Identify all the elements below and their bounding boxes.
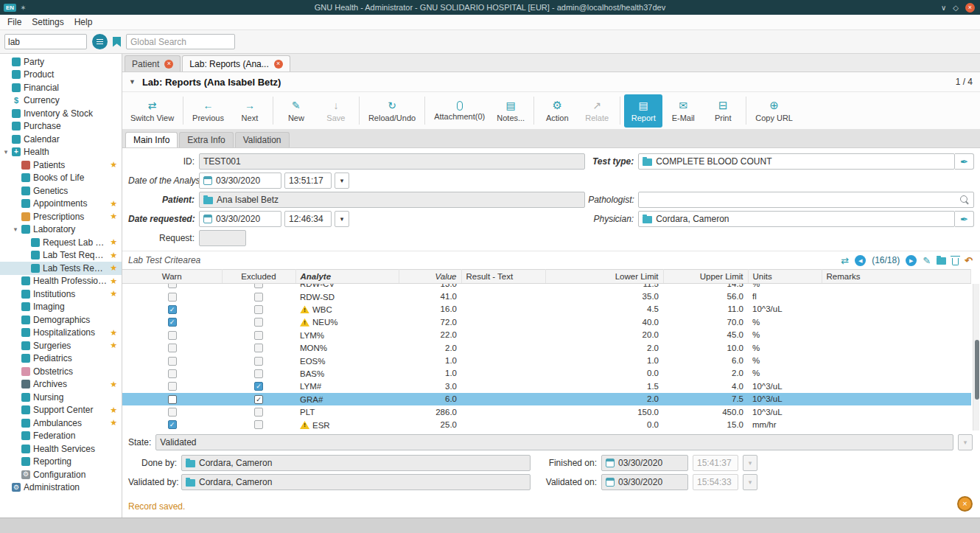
scrollbar-thumb[interactable] bbox=[975, 340, 979, 400]
sidebar-item-reporting[interactable]: Reporting bbox=[0, 456, 122, 469]
sidebar-item-demographics[interactable]: Demographics bbox=[0, 313, 122, 327]
sidebar-item-appointments[interactable]: Appointments★ bbox=[0, 198, 122, 211]
open-row-icon[interactable] bbox=[937, 257, 946, 265]
next-button[interactable]: Next bbox=[231, 94, 269, 128]
warn-checkbox[interactable] bbox=[168, 395, 177, 404]
sidebar-item-imaging[interactable]: Imaging bbox=[0, 301, 122, 314]
favorite-star-icon[interactable]: ★ bbox=[110, 237, 122, 247]
sidebar-item-health-professionals[interactable]: Health Professionals★ bbox=[0, 275, 122, 288]
date-requested-input[interactable] bbox=[216, 214, 277, 224]
table-scrollbar[interactable] bbox=[973, 284, 979, 431]
switch-view-button[interactable]: Switch View bbox=[125, 94, 179, 128]
sidebar-item-prescriptions[interactable]: Prescriptions★ bbox=[0, 210, 122, 223]
column-header-upper-limit[interactable]: Upper Limit bbox=[663, 270, 748, 284]
sidebar-item-genetics[interactable]: Genetics bbox=[0, 184, 122, 198]
favorite-star-icon[interactable]: ★ bbox=[110, 341, 122, 350]
warn-checkbox[interactable] bbox=[168, 284, 177, 288]
pathologist-input[interactable] bbox=[643, 195, 956, 205]
excluded-checkbox[interactable] bbox=[254, 395, 263, 404]
shade-window-icon[interactable]: ∨ bbox=[941, 4, 946, 12]
sidebar-item-support-center[interactable]: Support Center★ bbox=[0, 404, 122, 417]
favorite-star-icon[interactable]: ★ bbox=[110, 251, 122, 260]
action-button[interactable]: Action bbox=[538, 94, 576, 128]
table-row[interactable]: RDW-CV13.011.514.5% bbox=[122, 284, 971, 290]
sidebar-item-health-services[interactable]: Health Services bbox=[0, 442, 122, 456]
tab-lab-reports-ana[interactable]: Lab: Reports (Ana...× bbox=[182, 55, 290, 72]
menu-settings[interactable]: Settings bbox=[27, 15, 69, 29]
status-close-button[interactable]: × bbox=[957, 496, 973, 512]
tab-main-info[interactable]: Main Info bbox=[125, 132, 178, 147]
attachment-0-button[interactable]: Attachment(0) bbox=[429, 94, 490, 128]
physician-open-button[interactable]: ✒ bbox=[955, 211, 974, 227]
sidebar-item-books-of-life[interactable]: Books of Life bbox=[0, 172, 122, 185]
previous-row-icon[interactable]: ◀ bbox=[855, 255, 866, 266]
sidebar-item-lab-tests-results[interactable]: Lab Tests Results★ bbox=[0, 262, 122, 275]
warn-checkbox[interactable] bbox=[168, 357, 177, 366]
table-row[interactable]: GRA#6.02.07.510^3/uL bbox=[122, 393, 971, 405]
requested-time-dropdown-button[interactable]: ▾ bbox=[335, 211, 349, 227]
favorite-star-icon[interactable]: ★ bbox=[110, 160, 122, 170]
sidebar-item-nursing[interactable]: Nursing bbox=[0, 391, 122, 404]
analysis-date-field[interactable] bbox=[199, 173, 281, 189]
close-tab-icon[interactable]: × bbox=[274, 60, 283, 69]
requested-time-field[interactable] bbox=[284, 211, 332, 227]
analysis-time-field[interactable] bbox=[284, 173, 332, 189]
excluded-checkbox[interactable] bbox=[254, 382, 263, 391]
switch-rows-icon[interactable]: ⇄ bbox=[841, 256, 849, 265]
tab-extra-info[interactable]: Extra Info bbox=[179, 132, 233, 147]
pathologist-field[interactable] bbox=[638, 192, 974, 208]
table-row[interactable]: PLT286.0150.0450.010^3/uL bbox=[122, 405, 971, 418]
warn-checkbox[interactable] bbox=[168, 382, 177, 391]
excluded-checkbox[interactable] bbox=[254, 305, 263, 314]
analysis-date-input[interactable] bbox=[216, 175, 277, 186]
analysis-time-input[interactable] bbox=[289, 175, 327, 186]
sidebar-item-surgeries[interactable]: Surgeries★ bbox=[0, 339, 122, 352]
table-row[interactable]: NEU%72.040.070.0% bbox=[122, 316, 971, 328]
favorite-star-icon[interactable]: ★ bbox=[110, 276, 122, 286]
sidebar-item-purchase[interactable]: Purchase bbox=[0, 120, 122, 133]
table-row[interactable]: EOS%1.01.06.0% bbox=[122, 354, 971, 366]
close-window-button[interactable]: × bbox=[965, 3, 975, 13]
warn-checkbox[interactable] bbox=[168, 420, 177, 429]
sidebar-item-obstetrics[interactable]: Obstetrics bbox=[0, 365, 122, 378]
sidebar-item-configuration[interactable]: Configuration bbox=[0, 468, 122, 481]
excluded-checkbox[interactable] bbox=[254, 357, 263, 366]
sidebar-item-lab-test-requests[interactable]: Lab Test Requests★ bbox=[0, 249, 122, 262]
table-row[interactable]: ESR25.00.015.0mm/hr bbox=[122, 418, 971, 431]
sidebar-item-financial[interactable]: Financial bbox=[0, 81, 122, 94]
favorite-star-icon[interactable]: ★ bbox=[110, 418, 122, 428]
excluded-checkbox[interactable] bbox=[254, 420, 263, 429]
search-icon[interactable] bbox=[959, 195, 970, 205]
excluded-checkbox[interactable] bbox=[254, 408, 263, 417]
favorite-star-icon[interactable]: ★ bbox=[110, 212, 122, 221]
undo-icon[interactable]: ↶ bbox=[965, 256, 973, 265]
sidebar-item-pediatrics[interactable]: Pediatrics bbox=[0, 352, 122, 366]
table-row[interactable]: BAS%1.00.02.0% bbox=[122, 367, 971, 380]
test-type-field[interactable]: COMPLETE BLOOD COUNT bbox=[638, 153, 955, 170]
favorite-star-icon[interactable]: ★ bbox=[110, 380, 122, 389]
tab-patient[interactable]: Patient× bbox=[125, 55, 181, 72]
bookmark-icon[interactable] bbox=[113, 37, 121, 47]
sidebar-item-health[interactable]: ▾Health bbox=[0, 146, 122, 159]
favorite-star-icon[interactable]: ★ bbox=[110, 263, 122, 273]
report-button[interactable]: Report bbox=[624, 94, 662, 128]
column-header-units[interactable]: Units bbox=[748, 270, 822, 284]
delete-row-icon[interactable] bbox=[952, 258, 959, 265]
sidebar-item-hospitalizations[interactable]: Hospitalizations★ bbox=[0, 327, 122, 340]
excluded-checkbox[interactable] bbox=[254, 369, 263, 378]
menu-file[interactable]: File bbox=[2, 15, 27, 29]
excluded-checkbox[interactable] bbox=[254, 318, 263, 327]
warn-checkbox[interactable] bbox=[168, 305, 177, 314]
sidebar-item-calendar[interactable]: Calendar bbox=[0, 133, 122, 146]
copy-url-button[interactable]: Copy URL bbox=[750, 94, 798, 128]
table-scroll[interactable]: RDW-CV13.011.514.5%RDW-SD41.035.056.0flW… bbox=[122, 284, 980, 431]
column-header-analyte[interactable]: Analyte bbox=[295, 270, 399, 284]
quick-search-input[interactable] bbox=[4, 34, 87, 49]
column-header-result-text[interactable]: Result - Text bbox=[461, 270, 545, 284]
table-row[interactable]: LYM#3.01.54.010^3/uL bbox=[122, 380, 971, 392]
warn-checkbox[interactable] bbox=[168, 344, 177, 352]
print-button[interactable]: Print bbox=[704, 94, 742, 128]
favorite-star-icon[interactable]: ★ bbox=[110, 328, 122, 338]
favorite-star-icon[interactable]: ★ bbox=[110, 289, 122, 299]
sidebar-item-party[interactable]: Party bbox=[0, 55, 122, 69]
